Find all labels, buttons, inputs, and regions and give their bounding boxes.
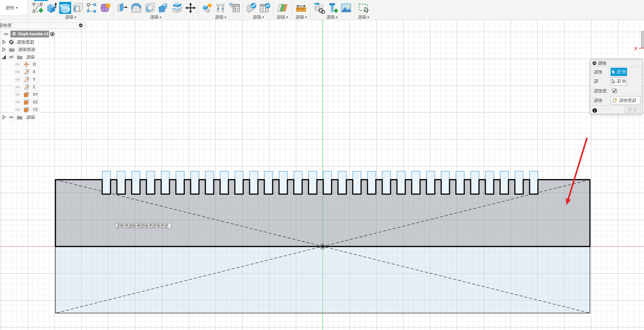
svg-text:X: X [634, 46, 637, 51]
